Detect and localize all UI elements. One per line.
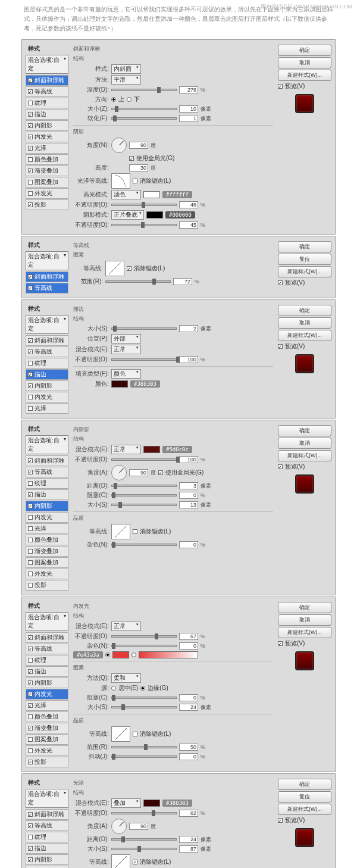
contour-picker[interactable] bbox=[105, 261, 124, 276]
antialias-check[interactable] bbox=[127, 266, 131, 271]
sh-opacity-input[interactable]: 45 bbox=[179, 221, 198, 229]
angle-control[interactable] bbox=[111, 138, 127, 153]
distance-input[interactable]: 24 bbox=[179, 836, 198, 843]
style-texture[interactable]: 纹理 bbox=[26, 655, 68, 666]
angle-input[interactable]: 90 bbox=[129, 469, 148, 476]
angle-control[interactable] bbox=[111, 819, 127, 834]
style-outer-glow[interactable]: 外发光 bbox=[26, 188, 68, 199]
reset-button[interactable]: 复位 bbox=[278, 254, 331, 265]
sh-opacity-slider[interactable] bbox=[111, 224, 177, 226]
cancel-button[interactable]: 取消 bbox=[278, 317, 331, 329]
record-button[interactable] bbox=[295, 651, 314, 670]
direction-down-radio[interactable] bbox=[127, 97, 131, 102]
new-style-button[interactable]: 新建样式(W)... bbox=[278, 804, 331, 815]
choke-input[interactable]: 0 bbox=[179, 492, 198, 499]
style-pattern-overlay[interactable]: 图案叠加 bbox=[26, 177, 68, 188]
style-inner-shadow[interactable]: 内阴影 bbox=[26, 380, 68, 391]
style-contour[interactable]: 等高线 bbox=[26, 283, 68, 294]
gradient-radio[interactable] bbox=[131, 652, 136, 657]
color-swatch[interactable] bbox=[143, 800, 160, 807]
antialias-check[interactable] bbox=[133, 529, 137, 534]
record-button[interactable] bbox=[295, 354, 314, 373]
blend-options[interactable]: 混合选项:自定 bbox=[26, 55, 68, 74]
size-slider[interactable] bbox=[111, 706, 177, 708]
size-input[interactable]: 10 bbox=[179, 105, 198, 113]
preview-check[interactable] bbox=[278, 818, 283, 823]
style-bevel[interactable]: 斜面和浮雕 bbox=[26, 335, 68, 346]
opacity-input[interactable]: 100 bbox=[179, 456, 198, 463]
style-inner-shadow[interactable]: 内阴影 bbox=[26, 120, 68, 131]
record-button[interactable] bbox=[295, 94, 314, 113]
style-pattern-overlay[interactable]: 图案叠加 bbox=[26, 734, 68, 745]
style-inner-shadow[interactable]: 内阴影 bbox=[26, 677, 68, 688]
size-input[interactable]: 2 bbox=[179, 325, 198, 332]
center-radio[interactable] bbox=[111, 686, 116, 691]
blend-options[interactable]: 混合选项:自定 bbox=[26, 315, 68, 334]
opacity-slider[interactable] bbox=[111, 635, 177, 638]
shadow-mode-select[interactable]: 正片叠底 bbox=[111, 210, 144, 220]
preview-check[interactable] bbox=[278, 464, 283, 469]
gradient-picker[interactable] bbox=[139, 651, 198, 658]
style-bevel[interactable]: 斜面和浮雕 bbox=[26, 455, 68, 466]
opacity-slider[interactable] bbox=[111, 812, 177, 814]
ok-button[interactable]: 确定 bbox=[278, 45, 331, 56]
opacity-input[interactable]: 100 bbox=[179, 356, 198, 363]
choke-slider[interactable] bbox=[111, 697, 177, 699]
altitude-input[interactable]: 30 bbox=[129, 164, 148, 171]
blend-options[interactable]: 混合选项:自定 bbox=[26, 251, 68, 270]
style-bevel[interactable]: 斜面和浮雕 bbox=[26, 75, 68, 86]
style-contour[interactable]: 等高线 bbox=[26, 86, 68, 97]
ok-button[interactable]: 确定 bbox=[278, 779, 331, 790]
style-stroke[interactable]: 描边 bbox=[26, 843, 68, 854]
style-contour[interactable]: 等高线 bbox=[26, 644, 68, 654]
ok-button[interactable]: 确定 bbox=[278, 241, 331, 252]
opacity-input[interactable]: 62 bbox=[179, 810, 198, 817]
hl-opacity-input[interactable]: 46 bbox=[179, 201, 198, 208]
style-bevel[interactable]: 斜面和浮雕 bbox=[26, 271, 68, 282]
blend-select[interactable]: 叠加 bbox=[111, 798, 141, 808]
new-style-button[interactable]: 新建样式(W)... bbox=[278, 266, 331, 277]
size-slider[interactable] bbox=[111, 327, 177, 330]
reset-button[interactable]: 复位 bbox=[278, 791, 331, 803]
new-style-button[interactable]: 新建样式(W)... bbox=[278, 70, 331, 81]
cancel-button[interactable]: 取消 bbox=[278, 438, 331, 449]
hl-opacity-slider[interactable] bbox=[111, 204, 177, 206]
range-slider[interactable] bbox=[111, 746, 177, 748]
blend-select[interactable]: 正常 bbox=[111, 622, 141, 631]
preview-check[interactable] bbox=[278, 280, 283, 285]
style-outer-glow[interactable]: 外发光 bbox=[26, 745, 68, 756]
depth-input[interactable]: 276 bbox=[179, 86, 198, 93]
choke-slider[interactable] bbox=[111, 494, 177, 497]
style-select[interactable]: 内斜面 bbox=[111, 64, 141, 74]
style-color-overlay[interactable]: 颜色叠加 bbox=[26, 154, 68, 165]
new-style-button[interactable]: 新建样式(W)... bbox=[278, 330, 331, 341]
edge-radio[interactable] bbox=[140, 686, 145, 691]
range-slider[interactable] bbox=[105, 280, 171, 283]
size-input[interactable]: 87 bbox=[179, 845, 198, 853]
direction-up-radio[interactable] bbox=[111, 97, 116, 102]
distance-input[interactable]: 3 bbox=[179, 482, 198, 489]
global-light-check[interactable] bbox=[129, 156, 134, 161]
style-satin[interactable]: 光泽 bbox=[26, 143, 68, 154]
highlight-mode-select[interactable]: 滤色 bbox=[111, 190, 141, 199]
record-button[interactable] bbox=[295, 828, 314, 847]
choke-input[interactable]: 0 bbox=[179, 694, 198, 701]
style-contour[interactable]: 等高线 bbox=[26, 820, 68, 831]
style-bevel[interactable]: 斜面和浮雕 bbox=[26, 632, 68, 643]
solid-radio[interactable] bbox=[105, 652, 110, 657]
contour-picker[interactable] bbox=[111, 854, 130, 868]
distance-slider[interactable] bbox=[111, 838, 177, 841]
fill-type-select[interactable]: 颜色 bbox=[111, 369, 141, 379]
jitter-input[interactable]: 0 bbox=[179, 753, 198, 760]
method-select[interactable]: 平滑 bbox=[111, 75, 141, 85]
soften-input[interactable]: 1 bbox=[179, 115, 198, 122]
style-texture[interactable]: 纹理 bbox=[26, 98, 68, 108]
style-stroke[interactable]: 描边 bbox=[26, 489, 68, 500]
style-inner-glow[interactable]: 内发光 bbox=[26, 689, 68, 700]
noise-slider[interactable] bbox=[111, 544, 177, 546]
style-satin[interactable]: 光泽 bbox=[26, 403, 68, 414]
style-outer-glow[interactable]: 外发光 bbox=[26, 569, 68, 579]
new-style-button[interactable]: 新建样式(W)... bbox=[278, 450, 331, 461]
style-drop-shadow[interactable]: 投影 bbox=[26, 199, 68, 210]
range-input[interactable]: 50 bbox=[179, 744, 198, 751]
